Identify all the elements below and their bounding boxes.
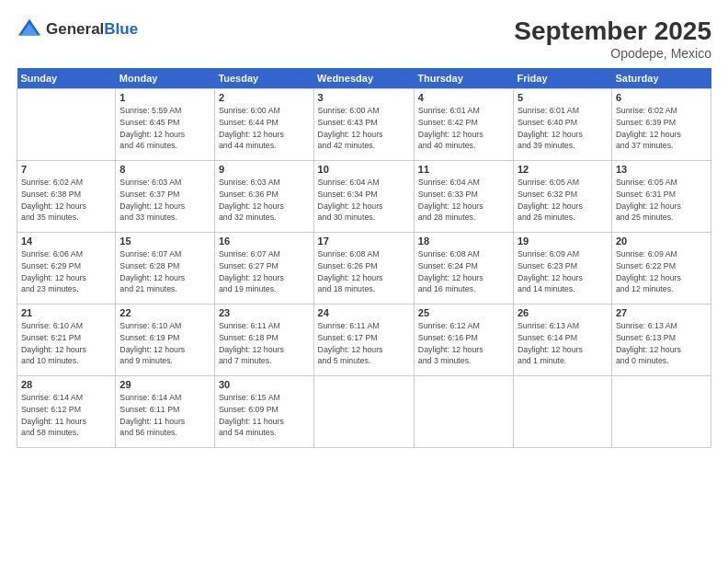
day-number: 13 <box>616 164 707 175</box>
calendar-cell: 10Sunrise: 6:04 AMSunset: 6:34 PMDayligh… <box>313 161 414 233</box>
calendar-page: GeneralBlue September 2025 Opodepe, Mexi… <box>0 0 728 563</box>
calendar-cell: 27Sunrise: 6:13 AMSunset: 6:13 PMDayligh… <box>611 304 711 376</box>
day-info: Sunrise: 6:02 AMSunset: 6:39 PMDaylight:… <box>616 105 707 152</box>
day-number: 29 <box>119 379 210 390</box>
calendar-cell <box>611 376 711 448</box>
calendar-week-row: 1Sunrise: 5:59 AMSunset: 6:45 PMDaylight… <box>17 89 711 161</box>
day-number: 26 <box>518 307 608 318</box>
logo-general: General <box>46 20 104 38</box>
calendar-cell <box>513 376 611 448</box>
day-info: Sunrise: 6:03 AMSunset: 6:36 PMDaylight:… <box>219 177 310 224</box>
day-number: 18 <box>418 236 509 247</box>
day-info: Sunrise: 6:07 AMSunset: 6:27 PMDaylight:… <box>219 248 310 295</box>
calendar-cell: 5Sunrise: 6:01 AMSunset: 6:40 PMDaylight… <box>513 89 611 161</box>
month-title: September 2025 <box>514 17 711 46</box>
calendar-week-row: 14Sunrise: 6:06 AMSunset: 6:29 PMDayligh… <box>17 233 711 304</box>
calendar-cell <box>313 376 414 448</box>
day-number: 14 <box>21 236 111 247</box>
calendar-table: SundayMondayTuesdayWednesdayThursdayFrid… <box>17 68 711 448</box>
day-info: Sunrise: 6:03 AMSunset: 6:37 PMDaylight:… <box>119 177 210 224</box>
day-info: Sunrise: 6:11 AMSunset: 6:18 PMDaylight:… <box>219 320 310 367</box>
day-number: 23 <box>219 307 310 318</box>
location: Opodepe, Mexico <box>514 46 711 61</box>
logo-icon <box>17 17 42 42</box>
day-info: Sunrise: 6:08 AMSunset: 6:26 PMDaylight:… <box>318 248 410 295</box>
calendar-cell: 15Sunrise: 6:07 AMSunset: 6:28 PMDayligh… <box>116 233 215 304</box>
calendar-cell: 22Sunrise: 6:10 AMSunset: 6:19 PMDayligh… <box>116 304 215 376</box>
day-info: Sunrise: 6:14 AMSunset: 6:12 PMDaylight:… <box>21 392 111 439</box>
day-number: 15 <box>119 236 210 247</box>
calendar-cell: 30Sunrise: 6:15 AMSunset: 6:09 PMDayligh… <box>214 376 313 448</box>
calendar-cell: 19Sunrise: 6:09 AMSunset: 6:23 PMDayligh… <box>513 233 611 304</box>
day-number: 4 <box>418 92 509 103</box>
weekday-header-thursday: Thursday <box>414 68 513 89</box>
day-info: Sunrise: 6:10 AMSunset: 6:19 PMDaylight:… <box>119 320 210 367</box>
calendar-cell: 14Sunrise: 6:06 AMSunset: 6:29 PMDayligh… <box>17 233 116 304</box>
day-info: Sunrise: 6:12 AMSunset: 6:16 PMDaylight:… <box>418 320 509 367</box>
day-info: Sunrise: 6:00 AMSunset: 6:44 PMDaylight:… <box>219 105 310 152</box>
day-info: Sunrise: 6:15 AMSunset: 6:09 PMDaylight:… <box>219 392 310 439</box>
day-info: Sunrise: 6:14 AMSunset: 6:11 PMDaylight:… <box>119 392 210 439</box>
day-number: 11 <box>418 164 509 175</box>
calendar-cell <box>414 376 513 448</box>
calendar-cell: 9Sunrise: 6:03 AMSunset: 6:36 PMDaylight… <box>214 161 313 233</box>
day-info: Sunrise: 6:01 AMSunset: 6:40 PMDaylight:… <box>518 105 608 152</box>
calendar-week-row: 28Sunrise: 6:14 AMSunset: 6:12 PMDayligh… <box>17 376 711 448</box>
day-number: 21 <box>21 307 111 318</box>
logo-text: GeneralBlue <box>46 20 138 39</box>
weekday-header-tuesday: Tuesday <box>214 68 313 89</box>
day-number: 16 <box>219 236 310 247</box>
day-info: Sunrise: 6:04 AMSunset: 6:33 PMDaylight:… <box>418 177 509 224</box>
day-info: Sunrise: 6:11 AMSunset: 6:17 PMDaylight:… <box>318 320 410 367</box>
day-info: Sunrise: 5:59 AMSunset: 6:45 PMDaylight:… <box>119 105 210 152</box>
calendar-cell: 13Sunrise: 6:05 AMSunset: 6:31 PMDayligh… <box>611 161 711 233</box>
day-number: 2 <box>219 92 310 103</box>
day-number: 20 <box>616 236 707 247</box>
day-info: Sunrise: 6:00 AMSunset: 6:43 PMDaylight:… <box>318 105 410 152</box>
day-info: Sunrise: 6:09 AMSunset: 6:23 PMDaylight:… <box>518 248 608 295</box>
day-number: 5 <box>518 92 608 103</box>
calendar-cell: 26Sunrise: 6:13 AMSunset: 6:14 PMDayligh… <box>513 304 611 376</box>
logo-blue: Blue <box>104 20 138 38</box>
page-header: GeneralBlue September 2025 Opodepe, Mexi… <box>17 17 711 61</box>
day-info: Sunrise: 6:06 AMSunset: 6:29 PMDaylight:… <box>21 248 111 295</box>
day-number: 7 <box>21 164 111 175</box>
weekday-header-monday: Monday <box>116 68 215 89</box>
calendar-cell: 17Sunrise: 6:08 AMSunset: 6:26 PMDayligh… <box>313 233 414 304</box>
calendar-cell: 2Sunrise: 6:00 AMSunset: 6:44 PMDaylight… <box>214 89 313 161</box>
weekday-header-row: SundayMondayTuesdayWednesdayThursdayFrid… <box>17 68 711 89</box>
title-block: September 2025 Opodepe, Mexico <box>514 17 711 61</box>
calendar-week-row: 7Sunrise: 6:02 AMSunset: 6:38 PMDaylight… <box>17 161 711 233</box>
calendar-cell: 24Sunrise: 6:11 AMSunset: 6:17 PMDayligh… <box>313 304 414 376</box>
weekday-header-friday: Friday <box>513 68 611 89</box>
calendar-cell: 23Sunrise: 6:11 AMSunset: 6:18 PMDayligh… <box>214 304 313 376</box>
day-number: 27 <box>616 307 707 318</box>
day-info: Sunrise: 6:07 AMSunset: 6:28 PMDaylight:… <box>119 248 210 295</box>
calendar-cell: 3Sunrise: 6:00 AMSunset: 6:43 PMDaylight… <box>313 89 414 161</box>
day-number: 22 <box>119 307 210 318</box>
day-number: 30 <box>219 379 310 390</box>
calendar-cell: 25Sunrise: 6:12 AMSunset: 6:16 PMDayligh… <box>414 304 513 376</box>
day-number: 3 <box>318 92 410 103</box>
calendar-cell: 6Sunrise: 6:02 AMSunset: 6:39 PMDaylight… <box>611 89 711 161</box>
calendar-cell: 16Sunrise: 6:07 AMSunset: 6:27 PMDayligh… <box>214 233 313 304</box>
day-info: Sunrise: 6:05 AMSunset: 6:31 PMDaylight:… <box>616 177 707 224</box>
day-info: Sunrise: 6:09 AMSunset: 6:22 PMDaylight:… <box>616 248 707 295</box>
day-number: 9 <box>219 164 310 175</box>
calendar-cell: 20Sunrise: 6:09 AMSunset: 6:22 PMDayligh… <box>611 233 711 304</box>
day-info: Sunrise: 6:13 AMSunset: 6:13 PMDaylight:… <box>616 320 707 367</box>
day-info: Sunrise: 6:10 AMSunset: 6:21 PMDaylight:… <box>21 320 111 367</box>
day-number: 12 <box>518 164 608 175</box>
calendar-cell: 7Sunrise: 6:02 AMSunset: 6:38 PMDaylight… <box>17 161 116 233</box>
logo: GeneralBlue <box>17 17 138 42</box>
day-number: 25 <box>418 307 509 318</box>
calendar-cell: 8Sunrise: 6:03 AMSunset: 6:37 PMDaylight… <box>116 161 215 233</box>
weekday-header-saturday: Saturday <box>611 68 711 89</box>
day-info: Sunrise: 6:05 AMSunset: 6:32 PMDaylight:… <box>518 177 608 224</box>
day-number: 10 <box>318 164 410 175</box>
day-number: 8 <box>119 164 210 175</box>
calendar-cell: 21Sunrise: 6:10 AMSunset: 6:21 PMDayligh… <box>17 304 116 376</box>
day-number: 1 <box>119 92 210 103</box>
day-info: Sunrise: 6:02 AMSunset: 6:38 PMDaylight:… <box>21 177 111 224</box>
calendar-cell: 4Sunrise: 6:01 AMSunset: 6:42 PMDaylight… <box>414 89 513 161</box>
